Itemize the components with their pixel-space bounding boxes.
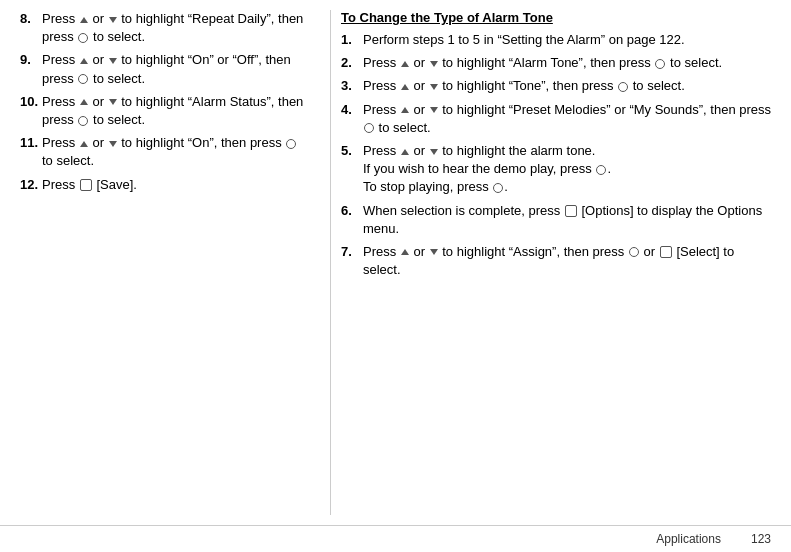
- arrow-up-icon: [401, 84, 409, 90]
- right-item-3-num: 3.: [341, 77, 363, 95]
- item-8-num: 8.: [20, 10, 42, 46]
- circle-icon: [78, 116, 88, 126]
- arrow-down-icon: [430, 107, 438, 113]
- right-item-7-content: Press or to highlight “Assign”, then pre…: [363, 243, 771, 279]
- right-item-4-content: Press or to highlight “Preset Melodies” …: [363, 101, 771, 137]
- arrow-down-icon: [109, 17, 117, 23]
- arrow-up-icon: [80, 99, 88, 105]
- arrow-down-icon: [430, 61, 438, 67]
- list-item: 7. Press or to highlight “Assign”, then …: [341, 243, 771, 279]
- arrow-up-icon: [401, 107, 409, 113]
- right-item-3-content: Press or to highlight “Tone”, then press…: [363, 77, 771, 95]
- list-item: 11. Press or to highlight “On”, then pre…: [20, 134, 310, 170]
- arrow-down-icon: [109, 58, 117, 64]
- right-item-1-content: Perform steps 1 to 5 in “Setting the Ala…: [363, 31, 771, 49]
- right-item-7-num: 7.: [341, 243, 363, 279]
- arrow-down-icon: [430, 149, 438, 155]
- list-item: 5. Press or to highlight the alarm tone.…: [341, 142, 771, 197]
- section-title: To Change the Type of Alarm Tone: [341, 10, 771, 25]
- left-column: 8. Press or to highlight “Repeat Daily”,…: [20, 10, 330, 515]
- item-10-content: Press or to highlight “Alarm Status”, th…: [42, 93, 310, 129]
- arrow-up-icon: [80, 17, 88, 23]
- right-item-5-num: 5.: [341, 142, 363, 197]
- options-icon: [565, 205, 577, 217]
- options-icon: [80, 179, 92, 191]
- arrow-down-icon: [430, 84, 438, 90]
- list-item: 10. Press or to highlight “Alarm Status”…: [20, 93, 310, 129]
- arrow-down-icon: [109, 141, 117, 147]
- circle-icon: [655, 59, 665, 69]
- list-item: 3. Press or to highlight “Tone”, then pr…: [341, 77, 771, 95]
- circle-icon: [618, 82, 628, 92]
- circle-icon: [364, 123, 374, 133]
- right-item-1-num: 1.: [341, 31, 363, 49]
- arrow-down-icon: [430, 249, 438, 255]
- arrow-up-icon: [401, 149, 409, 155]
- circle-icon: [78, 33, 88, 43]
- circle-icon: [78, 74, 88, 84]
- circle-icon: [493, 183, 503, 193]
- list-item: 8. Press or to highlight “Repeat Daily”,…: [20, 10, 310, 46]
- options-icon: [660, 246, 672, 258]
- list-item: 1. Perform steps 1 to 5 in “Setting the …: [341, 31, 771, 49]
- item-11-num: 11.: [20, 134, 42, 170]
- arrow-up-icon: [401, 61, 409, 67]
- right-column: To Change the Type of Alarm Tone 1. Perf…: [330, 10, 771, 515]
- arrow-down-icon: [109, 99, 117, 105]
- item-8-content: Press or to highlight “Repeat Daily”, th…: [42, 10, 310, 46]
- item-9-num: 9.: [20, 51, 42, 87]
- list-item: 2. Press or to highlight “Alarm Tone”, t…: [341, 54, 771, 72]
- circle-icon: [286, 139, 296, 149]
- footer: Applications 123: [0, 525, 791, 552]
- right-item-5-content: Press or to highlight the alarm tone. If…: [363, 142, 771, 197]
- page: 8. Press or to highlight “Repeat Daily”,…: [0, 0, 791, 552]
- right-item-4-num: 4.: [341, 101, 363, 137]
- list-item: 12. Press [Save].: [20, 176, 310, 194]
- list-item: 6. When selection is complete, press [Op…: [341, 202, 771, 238]
- footer-page: 123: [751, 532, 771, 546]
- item-12-content: Press [Save].: [42, 176, 310, 194]
- circle-icon: [629, 247, 639, 257]
- footer-section: Applications: [656, 532, 721, 546]
- right-item-6-num: 6.: [341, 202, 363, 238]
- arrow-up-icon: [401, 249, 409, 255]
- right-item-2-num: 2.: [341, 54, 363, 72]
- list-item: 4. Press or to highlight “Preset Melodie…: [341, 101, 771, 137]
- right-item-2-content: Press or to highlight “Alarm Tone”, then…: [363, 54, 771, 72]
- content-area: 8. Press or to highlight “Repeat Daily”,…: [0, 0, 791, 525]
- item-9-content: Press or to highlight “On” or “Off”, the…: [42, 51, 310, 87]
- circle-icon: [596, 165, 606, 175]
- list-item: 9. Press or to highlight “On” or “Off”, …: [20, 51, 310, 87]
- item-12-num: 12.: [20, 176, 42, 194]
- item-11-content: Press or to highlight “On”, then press t…: [42, 134, 310, 170]
- item-10-num: 10.: [20, 93, 42, 129]
- arrow-up-icon: [80, 141, 88, 147]
- right-item-6-content: When selection is complete, press [Optio…: [363, 202, 771, 238]
- arrow-up-icon: [80, 58, 88, 64]
